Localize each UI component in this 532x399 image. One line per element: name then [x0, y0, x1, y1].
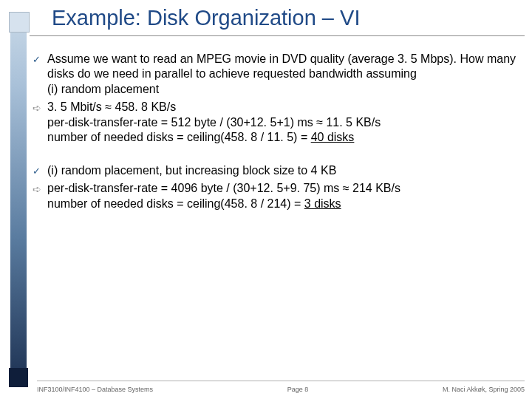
slide-content: Assume we want to read an MPEG movie in … — [33, 52, 522, 214]
bullet-text: (i) random placement, but increasing blo… — [47, 163, 522, 178]
text: (i) random placement — [47, 83, 159, 95]
spacer — [33, 149, 522, 163]
check-icon — [33, 52, 47, 97]
arrow-icon — [33, 181, 47, 211]
text: per-disk-transfer-rate = 512 byte / (30+… — [47, 116, 381, 129]
bullet-text: Assume we want to read an MPEG movie in … — [47, 52, 522, 97]
bullet-variant: (i) random placement, but increasing blo… — [33, 163, 522, 178]
footer: INF3100/INF4100 – Database Systems Page … — [37, 386, 525, 393]
text: number of needed disks = ceiling(458. 8 … — [47, 197, 304, 210]
bullet-calc-1: 3. 5 Mbit/s ≈ 458. 8 KB/s per-disk-trans… — [33, 100, 522, 145]
footer-author: M. Naci Akkøk, Spring 2005 — [443, 386, 525, 393]
slide-title: Example: Disk Organization – VI — [52, 6, 360, 30]
text: 3. 5 Mbit/s ≈ 458. 8 KB/s — [47, 100, 176, 113]
result-underlined: 40 disks — [311, 131, 355, 143]
bullet-calc-2: per-disk-transfer-rate = 4096 byte / (30… — [33, 181, 522, 211]
footer-rule — [37, 381, 525, 381]
text: number of needed disks = ceiling(458. 8 … — [47, 131, 311, 143]
text: Assume we want to read an MPEG movie in … — [47, 52, 516, 80]
slide: Example: Disk Organization – VI Assume w… — [0, 0, 532, 399]
footer-course: INF3100/INF4100 – Database Systems — [37, 386, 153, 393]
bullet-text: per-disk-transfer-rate = 4096 byte / (30… — [47, 181, 522, 211]
arrow-icon — [33, 100, 47, 145]
check-icon — [33, 163, 47, 178]
result-underlined: 3 disks — [304, 197, 341, 210]
decorative-left-bar — [10, 12, 27, 387]
footer-page: Page 8 — [287, 386, 309, 393]
bullet-assumption: Assume we want to read an MPEG movie in … — [33, 52, 522, 97]
title-rule — [30, 35, 525, 36]
bullet-text: 3. 5 Mbit/s ≈ 458. 8 KB/s per-disk-trans… — [47, 100, 522, 145]
text: per-disk-transfer-rate = 4096 byte / (30… — [47, 182, 400, 194]
